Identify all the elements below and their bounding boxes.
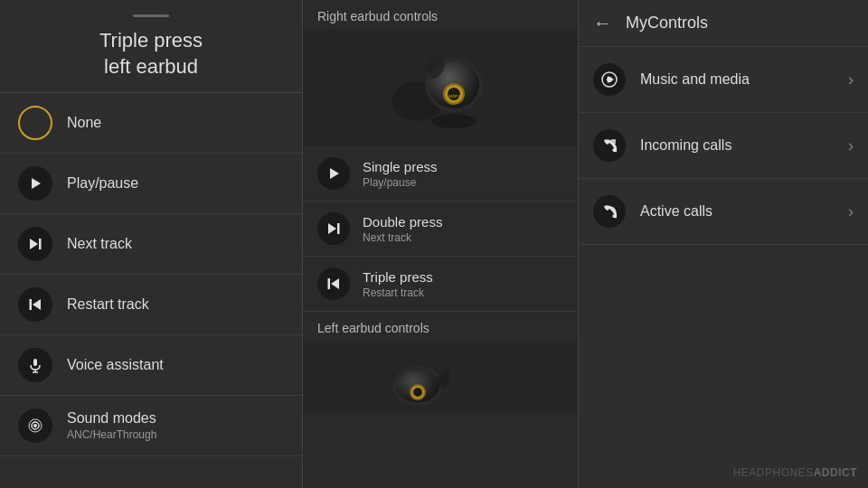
sound-icon [26, 417, 44, 435]
earbud-right-shape: jabra [382, 38, 499, 137]
voice-icon-circle [18, 348, 52, 382]
none-icon-circle [18, 106, 52, 140]
music-icon-circle [593, 63, 626, 96]
svg-rect-23 [328, 278, 331, 289]
double-next-icon [326, 221, 342, 237]
music-chevron: › [848, 70, 854, 89]
svg-marker-22 [331, 278, 339, 289]
single-press-text: Single press Play/pause [363, 159, 438, 189]
svg-marker-3 [33, 299, 41, 310]
right-menu-incoming[interactable]: Incoming calls › [579, 113, 868, 179]
double-press-icon-circle [317, 212, 350, 245]
watermark-text-normal: HEADPHONES [733, 466, 814, 479]
mic-icon [27, 357, 43, 373]
svg-rect-2 [39, 239, 42, 249]
menu-item-play[interactable]: Play/pause [0, 154, 302, 214]
none-label: None [67, 115, 101, 131]
restart-label: Restart track [67, 296, 149, 313]
svg-point-10 [33, 424, 37, 427]
svg-text:jabra: jabra [448, 93, 461, 99]
play-label: Play/pause [67, 175, 138, 192]
voice-label: Voice assistant [67, 357, 164, 373]
menu-item-none[interactable]: None [0, 93, 302, 154]
double-press-action: Next track [363, 231, 442, 244]
triple-prev-icon [326, 276, 342, 292]
single-press-label: Single press [363, 159, 438, 174]
right-header: ← MyControls [579, 0, 868, 47]
svg-rect-4 [30, 299, 33, 310]
active-call-icon-circle [593, 195, 626, 228]
watermark-text-bold: ADDICT [814, 466, 857, 479]
prev-icon [27, 296, 43, 313]
middle-panel: Right earbud controls jabra [303, 0, 579, 488]
header-drag-indicator [133, 14, 169, 17]
incoming-label: Incoming calls [640, 137, 848, 154]
earbud-right-svg: jabra [382, 38, 499, 137]
play-icon [27, 175, 43, 192]
single-press-action: Play/pause [363, 176, 438, 189]
left-earbud-header: Left earbud controls [303, 312, 578, 341]
triple-press-action: Restart track [363, 286, 433, 299]
right-title: MyControls [626, 14, 708, 33]
triple-press-label: Triple press [363, 269, 433, 285]
right-menu-active[interactable]: Active calls › [579, 179, 868, 245]
next-icon [27, 236, 43, 252]
svg-marker-19 [330, 168, 339, 179]
right-earbud-image: jabra [303, 29, 578, 146]
single-press-icon-circle [317, 157, 350, 190]
single-play-icon [326, 165, 342, 182]
left-earbud-image [303, 341, 578, 413]
restart-icon-circle [18, 287, 52, 322]
svg-marker-20 [328, 223, 336, 234]
menu-item-voice[interactable]: Voice assistant [0, 335, 302, 396]
music-icon [600, 70, 618, 89]
sound-icon-circle [18, 408, 52, 443]
watermark: HEADPHONESADDICT [733, 466, 857, 479]
menu-item-restart[interactable]: Restart track [0, 275, 302, 335]
control-single-press: Single press Play/pause [303, 146, 578, 202]
next-icon-circle [18, 227, 52, 261]
triple-press-text: Triple press Restart track [363, 269, 433, 299]
svg-marker-0 [32, 178, 41, 189]
incoming-chevron: › [848, 136, 854, 155]
left-panel: Triple press left earbud None Play/pause… [0, 0, 303, 488]
svg-rect-5 [33, 359, 37, 366]
svg-marker-1 [30, 239, 38, 249]
incoming-icon-circle [593, 129, 626, 162]
active-call-icon [600, 202, 618, 221]
menu-item-next[interactable]: Next track [0, 214, 302, 275]
svg-point-28 [413, 388, 422, 397]
double-press-label: Double press [363, 214, 442, 230]
incoming-call-icon [600, 136, 618, 155]
left-earbud-svg [386, 345, 495, 408]
back-button[interactable]: ← [593, 13, 611, 33]
svg-marker-31 [608, 76, 614, 83]
menu-item-sound[interactable]: Sound modes ANC/HearThrough [0, 396, 302, 456]
left-header: Triple press left earbud [0, 0, 302, 93]
left-title: Triple press left earbud [18, 28, 284, 80]
play-icon-circle [18, 166, 52, 201]
active-chevron: › [848, 202, 854, 221]
sound-label: Sound modes [67, 410, 156, 427]
next-label: Next track [67, 236, 132, 252]
double-press-text: Double press Next track [363, 214, 442, 244]
right-menu-music[interactable]: Music and media › [579, 47, 868, 113]
control-double-press: Double press Next track [303, 202, 578, 257]
svg-point-18 [431, 114, 476, 128]
active-label: Active calls [640, 203, 848, 220]
control-triple-press: Triple press Restart track [303, 257, 578, 312]
music-label: Music and media [640, 71, 848, 88]
right-earbud-header: Right earbud controls [303, 0, 578, 29]
triple-press-icon-circle [317, 267, 350, 300]
right-panel: ← MyControls Music and media › Incoming … [579, 0, 868, 488]
sound-sub-label: ANC/HearThrough [67, 428, 156, 441]
svg-rect-21 [337, 223, 340, 234]
